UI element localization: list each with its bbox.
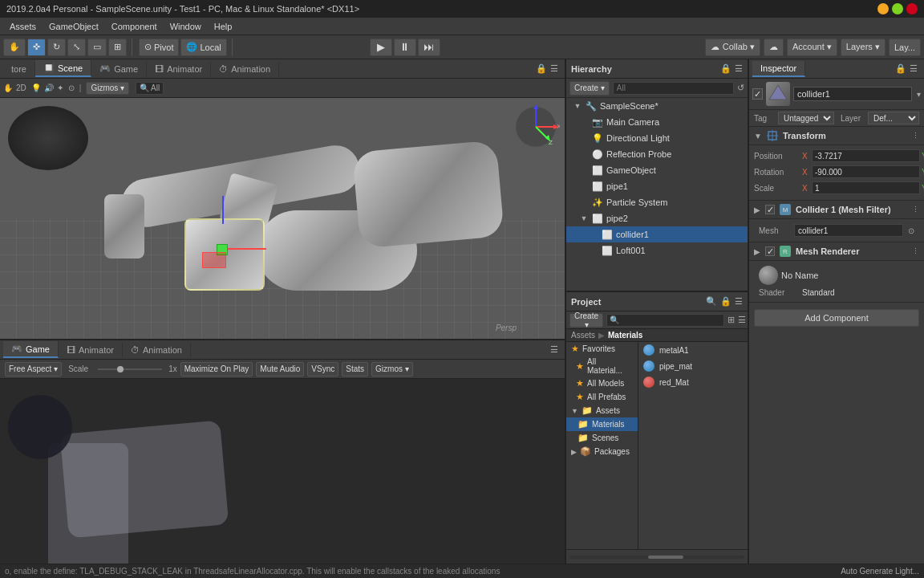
transform-component-header[interactable]: ▼ Transform ⋮	[749, 127, 924, 145]
mesh-filter-options[interactable]: ⋮	[912, 206, 919, 214]
favorites-folder[interactable]: ★ Favorites	[566, 342, 638, 356]
mesh-renderer-checkbox[interactable]: ✓	[765, 246, 775, 256]
pivot-btn[interactable]: ⊙ Pivot	[139, 39, 179, 56]
layout-btn[interactable]: Lay...	[889, 39, 921, 56]
animation-tab[interactable]: ⏱ Animation	[211, 62, 279, 76]
asset-pipemat[interactable]: pipe_mat	[638, 358, 748, 374]
all-models-item[interactable]: ★ All Models	[566, 377, 638, 390]
asset-redmat[interactable]: red_Mat	[638, 374, 748, 390]
hand-mode-icon[interactable]: ✋	[3, 83, 13, 92]
packages-toggle[interactable]: ▶	[571, 448, 577, 456]
menu-help[interactable]: Help	[208, 20, 239, 33]
bottom-menu-icon[interactable]: ☰	[550, 344, 558, 355]
bottom-animator-tab[interactable]: 🎞 Animator	[59, 343, 123, 357]
inspector-menu-icon[interactable]: ☰	[910, 63, 918, 74]
hierarchy-item-samplescene[interactable]: ▼ 🔧 SampleScene*	[566, 98, 748, 114]
free-aspect-btn[interactable]: Free Aspect ▾	[5, 362, 62, 377]
move-tool-btn[interactable]: ✜	[27, 39, 46, 56]
inspector-tab[interactable]: Inspector	[752, 61, 805, 77]
scene-lock-icon[interactable]: 🔒	[536, 63, 547, 74]
rotation-x-input[interactable]	[812, 165, 920, 178]
mesh-picker-icon[interactable]: ⊙	[908, 226, 914, 235]
pause-btn[interactable]: ⏸	[394, 39, 416, 56]
project-lock-icon[interactable]: 🔒	[720, 296, 732, 307]
object-name-input[interactable]	[793, 87, 912, 101]
hand-tool-btn[interactable]: ✋	[3, 39, 26, 56]
account-btn[interactable]: Account ▾	[787, 39, 837, 56]
play-btn[interactable]: ▶	[370, 39, 392, 56]
breadcrumb-materials[interactable]: Materials	[608, 331, 642, 340]
packages-folder[interactable]: ▶ 📦 Packages	[566, 445, 638, 458]
layers-btn[interactable]: Layers ▾	[841, 39, 886, 56]
transform-tool-btn[interactable]: ⊞	[108, 39, 127, 56]
hierarchy-menu-icon[interactable]: ☰	[735, 63, 743, 74]
all-materials-item[interactable]: ★ All Material...	[566, 356, 638, 377]
2d-mode-btn[interactable]: 2D	[16, 83, 26, 92]
scenes-folder[interactable]: 📁 Scenes	[566, 431, 638, 445]
minimize-btn[interactable]	[877, 3, 889, 14]
scale-slider[interactable]	[98, 368, 162, 370]
hierarchy-item-pipe1[interactable]: ⬜ pipe1	[566, 178, 748, 194]
maximize-on-play-btn[interactable]: Maximize On Play	[180, 362, 253, 377]
menu-assets[interactable]: Assets	[3, 20, 43, 33]
mesh-renderer-header[interactable]: ▶ ✓ R Mesh Renderer ⋮	[749, 242, 924, 261]
transform-options-icon[interactable]: ⋮	[912, 132, 919, 140]
position-x-input[interactable]	[812, 149, 920, 162]
mesh-filter-checkbox[interactable]: ✓	[765, 205, 775, 214]
scale-x-input[interactable]	[812, 181, 920, 194]
close-btn[interactable]	[906, 3, 918, 14]
bottom-animation-tab[interactable]: ⏱ Animation	[123, 343, 191, 357]
hierarchy-refresh-icon[interactable]: ↺	[737, 83, 744, 93]
mesh-filter-header[interactable]: ▶ ✓ M Collider 1 (Mesh Filter) ⋮	[749, 201, 924, 219]
scene-menu-icon[interactable]: ☰	[550, 63, 558, 74]
game-tab[interactable]: 🎮 Game	[3, 341, 59, 358]
all-prefabs-item[interactable]: ★ All Prefabs	[566, 390, 638, 404]
menu-component[interactable]: Component	[105, 20, 164, 33]
object-active-checkbox[interactable]: ✓	[752, 88, 763, 100]
vsync-btn[interactable]: VSync	[307, 362, 338, 377]
cloud-btn[interactable]: ☁	[764, 39, 784, 56]
breadcrumb-assets[interactable]: Assets	[571, 331, 595, 340]
assets-folder[interactable]: ▼ 📁 Assets	[566, 404, 638, 417]
hierarchy-item-gameobject[interactable]: ⬜ GameObject	[566, 162, 748, 178]
scale-tool-btn[interactable]: ⤡	[67, 39, 86, 56]
static-dropdown-icon[interactable]: ▾	[917, 90, 921, 99]
game-tab-header[interactable]: 🎮 Game	[91, 61, 147, 76]
project-scroll-track[interactable]	[569, 556, 744, 559]
global-btn[interactable]: 🌐 Local	[180, 39, 226, 56]
hierarchy-item-particles[interactable]: ✨ Particle System	[566, 194, 748, 210]
maximize-btn[interactable]	[892, 3, 903, 14]
project-search-icon[interactable]: 🔍	[706, 296, 717, 307]
hierarchy-item-reflectionprobe[interactable]: ⚪ Reflection Probe	[566, 146, 748, 162]
step-btn[interactable]: ⏭	[418, 39, 440, 56]
hierarchy-search-input[interactable]	[613, 82, 734, 95]
store-tab[interactable]: tore	[3, 62, 35, 76]
pipe2-toggle[interactable]: ▼	[579, 214, 589, 223]
project-create-btn[interactable]: Create ▾	[569, 313, 603, 328]
add-component-btn[interactable]: Add Component	[754, 309, 919, 327]
hierarchy-lock-icon[interactable]: 🔒	[720, 63, 732, 74]
assets-toggle[interactable]: ▼	[571, 407, 578, 415]
hierarchy-item-collider1[interactable]: ⬜ collider1	[566, 226, 748, 242]
lighting-toggle-icon[interactable]: 💡	[31, 83, 41, 92]
materials-folder[interactable]: 📁 Materials	[566, 417, 638, 431]
gizmos-game-btn[interactable]: Gizmos ▾	[371, 362, 413, 377]
tag-select[interactable]: Untagged	[778, 112, 834, 124]
rotate-tool-btn[interactable]: ↻	[47, 39, 66, 56]
menu-gameobject[interactable]: GameObject	[43, 20, 105, 33]
auto-generate-light-btn[interactable]: Auto Generate Light...	[841, 567, 919, 576]
audio-toggle-icon[interactable]: 🔊	[44, 83, 54, 92]
scale-slider-thumb[interactable]	[117, 366, 124, 372]
scene-tab[interactable]: 🔲 Scene	[35, 60, 91, 77]
layer-select[interactable]: Def...	[868, 112, 919, 124]
mute-audio-btn[interactable]: Mute Audio	[256, 362, 304, 377]
samplescene-toggle[interactable]: ▼	[573, 101, 582, 111]
scene-extras-icon[interactable]: ⊙	[68, 83, 75, 92]
mesh-renderer-options[interactable]: ⋮	[912, 247, 919, 255]
hierarchy-item-maincamera[interactable]: 📷 Main Camera	[566, 114, 748, 130]
hierarchy-item-dirlight[interactable]: 💡 Directional Light	[566, 130, 748, 146]
asset-metala1[interactable]: metalA1	[638, 342, 748, 358]
stats-btn[interactable]: Stats	[342, 362, 368, 377]
collab-btn[interactable]: ☁ Collab ▾	[705, 39, 760, 56]
rect-tool-btn[interactable]: ▭	[87, 39, 107, 56]
